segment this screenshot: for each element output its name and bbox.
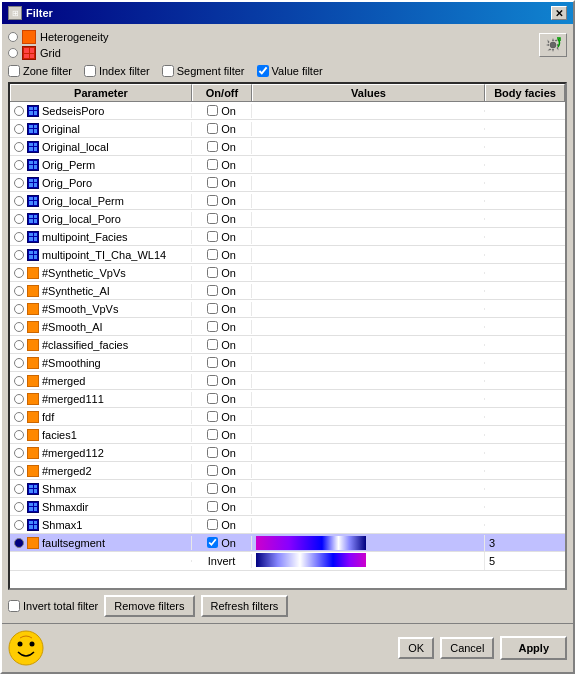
onoff-checkbox[interactable]: [207, 501, 218, 512]
onoff-checkbox[interactable]: [207, 429, 218, 440]
radio-heterogeneity[interactable]: [8, 32, 18, 42]
index-filter-label[interactable]: Index filter: [84, 65, 150, 77]
onoff-checkbox[interactable]: [207, 393, 218, 404]
row-radio[interactable]: [14, 502, 24, 512]
table-row[interactable]: faultsegmentOn3: [10, 534, 565, 552]
remove-filters-button[interactable]: Remove filters: [104, 595, 194, 617]
row-radio[interactable]: [14, 286, 24, 296]
onoff-checkbox[interactable]: [207, 411, 218, 422]
row-radio[interactable]: [14, 394, 24, 404]
zone-filter-label[interactable]: Zone filter: [8, 65, 72, 77]
onoff-checkbox[interactable]: [207, 159, 218, 170]
onoff-checkbox[interactable]: [207, 123, 218, 134]
row-radio[interactable]: [14, 196, 24, 206]
onoff-checkbox[interactable]: [207, 177, 218, 188]
table-row[interactable]: SedseisPoroOn: [10, 102, 565, 120]
row-radio[interactable]: [14, 448, 24, 458]
table-row[interactable]: facies1On: [10, 426, 565, 444]
table-row[interactable]: multipoint_FaciesOn: [10, 228, 565, 246]
table-row[interactable]: #merged2On: [10, 462, 565, 480]
table-row[interactable]: #SmoothingOn: [10, 354, 565, 372]
onoff-checkbox[interactable]: [207, 249, 218, 260]
row-radio[interactable]: [14, 322, 24, 332]
onoff-checkbox[interactable]: [207, 537, 218, 548]
row-radio[interactable]: [14, 142, 24, 152]
table-row[interactable]: ShmaxOn: [10, 480, 565, 498]
row-radio[interactable]: [14, 178, 24, 188]
onoff-checkbox[interactable]: [207, 285, 218, 296]
row-radio[interactable]: [14, 484, 24, 494]
onoff-checkbox[interactable]: [207, 105, 218, 116]
value-filter-label[interactable]: Value filter: [257, 65, 323, 77]
row-radio[interactable]: [14, 466, 24, 476]
table-row[interactable]: multipoint_TI_Cha_WL14On: [10, 246, 565, 264]
onoff-checkbox[interactable]: [207, 231, 218, 242]
row-radio[interactable]: [14, 358, 24, 368]
row-radio[interactable]: [14, 250, 24, 260]
onoff-checkbox[interactable]: [207, 483, 218, 494]
item-heterogeneity[interactable]: Heterogeneity: [8, 30, 531, 44]
invert-total-checkbox[interactable]: [8, 600, 20, 612]
row-radio[interactable]: [14, 106, 24, 116]
row-radio[interactable]: [14, 376, 24, 386]
onoff-checkbox[interactable]: [207, 519, 218, 530]
onoff-checkbox[interactable]: [207, 357, 218, 368]
onoff-checkbox[interactable]: [207, 465, 218, 476]
table-row[interactable]: Orig_local_PermOn: [10, 192, 565, 210]
onoff-checkbox[interactable]: [207, 141, 218, 152]
table-row[interactable]: Original_localOn: [10, 138, 565, 156]
row-radio[interactable]: [14, 430, 24, 440]
table-row[interactable]: OriginalOn: [10, 120, 565, 138]
segment-filter-checkbox[interactable]: [162, 65, 174, 77]
row-radio[interactable]: [14, 340, 24, 350]
item-grid[interactable]: Grid: [8, 46, 531, 60]
table-row[interactable]: #merged112On: [10, 444, 565, 462]
radio-grid[interactable]: [8, 48, 18, 58]
row-radio[interactable]: [14, 124, 24, 134]
cancel-button[interactable]: Cancel: [440, 637, 494, 659]
onoff-checkbox[interactable]: [207, 321, 218, 332]
onoff-checkbox[interactable]: [207, 375, 218, 386]
table-row[interactable]: #Synthetic_AIOn: [10, 282, 565, 300]
table-row[interactable]: Orig_local_PoroOn: [10, 210, 565, 228]
table-row[interactable]: #classified_faciesOn: [10, 336, 565, 354]
row-radio[interactable]: [14, 520, 24, 530]
table-row[interactable]: Orig_PermOn: [10, 156, 565, 174]
row-radio[interactable]: [14, 304, 24, 314]
table-row[interactable]: Shmax1On: [10, 516, 565, 534]
row-radio[interactable]: [14, 232, 24, 242]
table-row[interactable]: #Smooth_AIOn: [10, 318, 565, 336]
on-label: On: [221, 501, 236, 513]
onoff-checkbox[interactable]: [207, 339, 218, 350]
table-row[interactable]: fdfOn: [10, 408, 565, 426]
table-row[interactable]: #Smooth_VpVsOn: [10, 300, 565, 318]
value-filter-checkbox[interactable]: [257, 65, 269, 77]
ok-button[interactable]: OK: [398, 637, 434, 659]
table-body[interactable]: SedseisPoroOnOriginalOnOriginal_localOnO…: [10, 102, 565, 588]
zone-filter-checkbox[interactable]: [8, 65, 20, 77]
invert-total-label[interactable]: Invert total filter: [8, 600, 98, 612]
row-radio[interactable]: [14, 412, 24, 422]
onoff-checkbox[interactable]: [207, 195, 218, 206]
table-row[interactable]: Orig_PoroOn: [10, 174, 565, 192]
segment-filter-label[interactable]: Segment filter: [162, 65, 245, 77]
close-button[interactable]: ✕: [551, 6, 567, 20]
gear-button[interactable]: [539, 33, 567, 57]
row-radio[interactable]: [14, 268, 24, 278]
row-radio[interactable]: [14, 160, 24, 170]
onoff-checkbox[interactable]: [207, 303, 218, 314]
table-row[interactable]: ShmaxdirOn: [10, 498, 565, 516]
body-cell: 3: [485, 536, 565, 550]
onoff-checkbox[interactable]: [207, 447, 218, 458]
row-radio[interactable]: [14, 214, 24, 224]
table-row[interactable]: #merged111On: [10, 390, 565, 408]
zone-filter-text: Zone filter: [23, 65, 72, 77]
apply-button[interactable]: Apply: [500, 636, 567, 660]
row-radio[interactable]: [14, 538, 24, 548]
refresh-filters-button[interactable]: Refresh filters: [201, 595, 289, 617]
onoff-checkbox[interactable]: [207, 267, 218, 278]
index-filter-checkbox[interactable]: [84, 65, 96, 77]
onoff-checkbox[interactable]: [207, 213, 218, 224]
table-row[interactable]: #Synthetic_VpVsOn: [10, 264, 565, 282]
table-row[interactable]: #mergedOn: [10, 372, 565, 390]
